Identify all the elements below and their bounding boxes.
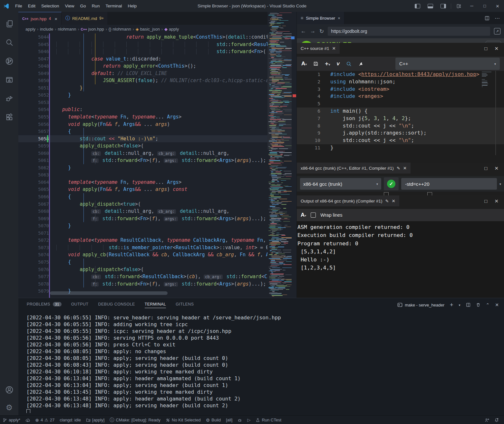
editor-horizontal-scrollbar[interactable] [50, 291, 168, 295]
code-line[interactable]: 7 json j{5, 3, 1, 4, 2}; [297, 115, 504, 122]
panel-tab-output[interactable]: OUTPUT [71, 302, 89, 308]
editor-vertical-scrollbar[interactable] [292, 12, 296, 298]
clangd-status[interactable]: clangd: idle [57, 416, 83, 424]
code-line[interactable]: 5052 } [18, 91, 296, 99]
url-input[interactable]: https://godbolt.org [328, 27, 490, 36]
breadcrumb-item-include[interactable]: include [40, 27, 53, 32]
close-pane-icon[interactable]: ✕ [494, 198, 499, 204]
maximize-pane-icon[interactable]: □ [484, 46, 487, 52]
code-line[interactable]: 3#include <iostream> [297, 86, 504, 93]
minimap-slider[interactable] [267, 33, 292, 149]
breadcrumb-item-json.hpp[interactable]: C++json.hpp [81, 27, 104, 32]
remote-window-icon[interactable] [0, 72, 18, 88]
code-line[interactable]: 5048 return apply_error<ConstThis>(); [18, 62, 296, 70]
branch-status[interactable]: apply* [0, 416, 23, 424]
code-line[interactable]: 10 std::cout << j << "\n"; [297, 137, 504, 144]
close-window-button[interactable]: ✕ [491, 0, 504, 12]
language-select[interactable]: C++▾ [395, 58, 500, 70]
menu-run[interactable]: Run [89, 0, 103, 12]
close-pane-icon[interactable]: ✕ [494, 46, 499, 52]
notifications-bell[interactable] [492, 416, 501, 424]
menu-selection[interactable]: Selection [38, 0, 62, 12]
code-line[interactable]: 5078 f: std::forward<Fn>(f), args: std::… [18, 280, 296, 288]
add-pane-button[interactable]: +▾ [325, 60, 330, 67]
minimap[interactable] [267, 12, 292, 298]
source-code-editor[interactable]: 1#include <https://localhost:8443/apply/… [297, 71, 504, 155]
code-line[interactable]: 5059 apply_dispatch<false>( [18, 142, 296, 150]
panel-tab-terminal[interactable]: TERMINAL [145, 302, 166, 308]
code-line[interactable]: 5063 [18, 171, 296, 179]
menu-terminal[interactable]: Terminal [102, 0, 125, 12]
tab-simple-browser[interactable]: ≡ Simple Browser × [297, 12, 344, 24]
panel-tab-problems[interactable]: PROBLEMS31 [27, 302, 62, 308]
menu-edit[interactable]: Edit [25, 0, 38, 12]
minimize-button[interactable]: ─ [465, 0, 478, 12]
explorer-icon[interactable] [0, 16, 18, 32]
compiler-pane-tab[interactable]: x86-64 gcc (trunk) (C++, Editor #1, Comp… [297, 163, 411, 174]
code-line[interactable]: 5070 } [18, 222, 296, 230]
zoom-icon[interactable] [346, 61, 352, 67]
project-status[interactable]: [apply] [83, 416, 107, 424]
code-line[interactable]: 5044 return apply_make_tuple<ConstThis>(… [18, 33, 296, 41]
code-line[interactable]: 5051 } [18, 84, 296, 92]
kit-status[interactable]: No Kit Selected [163, 416, 203, 424]
code-line[interactable]: 5076 apply_dispatch<false>( [18, 266, 296, 273]
options-dropdown-icon[interactable]: ▾ [499, 182, 501, 186]
toggle-secondary-sidebar-icon[interactable] [437, 0, 450, 12]
code-line[interactable]: 5061 f: std::forward<Fn>(f), args: std::… [18, 157, 296, 164]
kill-terminal-icon[interactable] [476, 303, 480, 307]
menu-help[interactable]: Help [125, 0, 140, 12]
search-icon[interactable] [0, 35, 18, 50]
reload-icon[interactable]: ↻ [319, 28, 324, 35]
tab-json-hpp[interactable]: C++ json.hpp 4 × [18, 12, 62, 25]
build-button[interactable]: ⚙Build [203, 416, 223, 424]
code-line[interactable]: 5054 public: [18, 106, 296, 113]
code-line[interactable]: 5058 std::cout << "Hello :-)\n"; [18, 135, 296, 143]
ctest-button[interactable]: Run CTest [253, 416, 284, 424]
split-terminal-icon[interactable] [466, 303, 470, 307]
build-target[interactable]: [all] [223, 416, 235, 424]
code-line[interactable]: 5056 void apply(Fn&& f, Args&& ... args) [18, 121, 296, 128]
terminal-content[interactable]: [2022-04-30 06:05:55] INFO: serve_header… [26, 314, 501, 413]
code-line[interactable]: 5077 cb: std::forward<ResultCallback>(cb… [18, 273, 296, 280]
run-debug-icon[interactable] [0, 91, 18, 106]
maximize-panel-icon[interactable]: ⌃ [486, 302, 490, 307]
font-size-button[interactable]: A▾ [301, 61, 307, 67]
source-pane-tab[interactable]: C++ source #1 ✕ [297, 43, 340, 54]
forward-icon[interactable]: → [310, 28, 315, 34]
split-editor-icon[interactable] [485, 16, 489, 21]
code-line[interactable]: 5062 } [18, 164, 296, 172]
code-line[interactable]: 5050 JSON_ASSERT(false); // NOLINT(cert-… [18, 77, 296, 84]
launch-button[interactable]: ▷ [245, 416, 253, 424]
source-scrollbar[interactable] [495, 71, 496, 155]
tab-readme-md[interactable]: ⓘ README.md 9+ [62, 12, 108, 25]
code-line[interactable]: 5074 void apply_cb(ResultCallback && cb,… [18, 251, 296, 259]
close-pane-icon[interactable]: ✕ [332, 46, 336, 51]
close-pane-icon[interactable]: ✕ [392, 198, 395, 203]
rename-pane-icon[interactable]: ✎ [385, 199, 389, 203]
breadcrumb-item-apply[interactable]: ◆apply [164, 27, 179, 32]
code-line[interactable]: 5055 template<typename Fn, typename... A… [18, 113, 296, 121]
code-line[interactable]: 5065 void apply(Fn&& f, Args&& ... args)… [18, 186, 296, 193]
code-line[interactable]: 11} [297, 144, 504, 152]
code-line[interactable]: 1#include <https://localhost:8443/apply/… [297, 71, 504, 78]
code-line[interactable]: 5069 f: std::forward<Fn>(f), args: std::… [18, 215, 296, 222]
breadcrumb-item-basic_json[interactable]: ◈basic_json [136, 27, 160, 32]
code-line[interactable]: 5049 default: // LCOV_EXCL_LINE [18, 70, 296, 77]
code-line[interactable]: 5067 apply_dispatch<true>( [18, 201, 296, 208]
code-line[interactable]: 5066 { [18, 193, 296, 201]
code-line[interactable]: 5075 { [18, 259, 296, 266]
close-tab-icon[interactable]: × [54, 16, 57, 22]
code-line[interactable]: 5057 { [18, 128, 296, 135]
code-line[interactable]: 8 std::cout << j << "\n"; [297, 122, 504, 130]
compiler-options-input[interactable]: -std=c++20 [401, 178, 497, 190]
breadcrumb-item-nlohmann[interactable]: {}nlohmann [109, 27, 131, 32]
back-icon[interactable]: ← [301, 28, 306, 34]
breadcrumb-item-nlohmann[interactable]: nlohmann [58, 27, 76, 32]
close-panel-icon[interactable]: ✕ [495, 302, 499, 307]
code-line[interactable]: 5047 case value_t::discarded: [18, 55, 296, 63]
code-editor[interactable]: 5044 return apply_make_tuple<ConstThis>(… [18, 33, 296, 298]
vim-mode-icon[interactable]: v [336, 61, 339, 67]
menu-go[interactable]: Go [77, 0, 89, 12]
menu-view[interactable]: View [62, 0, 77, 12]
